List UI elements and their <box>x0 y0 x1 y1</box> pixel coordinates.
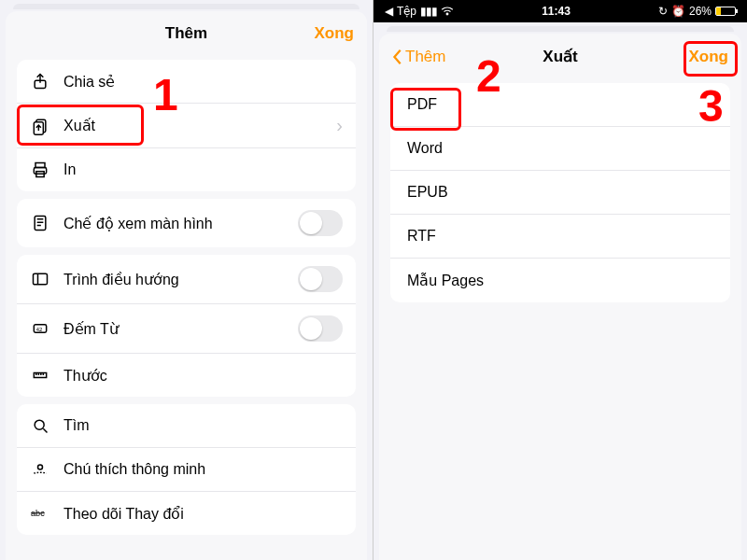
svg-rect-10 <box>34 273 48 285</box>
nav-bar: Thêm Xuất Xong <box>379 34 741 76</box>
sheet-stack-hint <box>387 26 734 32</box>
status-time: 11:43 <box>542 5 571 18</box>
wordcount-row[interactable]: 42 Đếm Từ <box>17 304 356 354</box>
format-pages-template-label: Mẫu Pages <box>407 272 713 289</box>
back-button[interactable]: Thêm <box>392 48 467 66</box>
screenshot-right: ◀ Tệp ▮▮▮ 11:43 ↻ ⏰ 26% Thêm Xuất Xong <box>374 0 747 560</box>
sheet-stack-hint <box>13 4 359 9</box>
sync-icon: ↻ <box>658 5 668 18</box>
navigator-row[interactable]: Trình điều hướng <box>17 255 356 304</box>
format-word[interactable]: Word <box>390 127 730 171</box>
track-changes-row[interactable]: abc Theo dõi Thay đổi <box>17 492 356 535</box>
export-row[interactable]: Xuất › <box>17 104 356 148</box>
format-epub[interactable]: EPUB <box>390 171 730 215</box>
status-bar: ◀ Tệp ▮▮▮ 11:43 ↻ ⏰ 26% <box>374 0 747 22</box>
screen-view-row[interactable]: Chế độ xem màn hình <box>17 199 356 247</box>
format-word-label: Word <box>407 140 713 157</box>
annotation-icon <box>30 459 50 480</box>
back-label: Thêm <box>405 48 445 66</box>
ruler-icon <box>30 365 50 385</box>
print-icon <box>30 160 50 180</box>
chevron-right-icon: › <box>336 115 343 136</box>
view-group: Chế độ xem màn hình <box>17 199 356 247</box>
export-sheet: Thêm Xuất Xong PDF Word EPUB RTF Mẫu Pag… <box>379 34 741 560</box>
format-epub-label: EPUB <box>407 184 713 201</box>
nav-bar: Thêm Xong <box>6 11 367 52</box>
find-row[interactable]: Tìm <box>17 404 356 448</box>
alarm-icon: ⏰ <box>671 5 685 18</box>
back-chevron-icon: ◀ <box>385 5 393 18</box>
screenshot-left: Thêm Xong Chia sẻ Xuất › <box>0 0 374 560</box>
ruler-row[interactable]: Thước <box>17 354 356 397</box>
track-changes-icon: abc <box>30 503 50 524</box>
wordcount-label: Đếm Từ <box>63 320 285 338</box>
status-back-label: Tệp <box>397 5 416 18</box>
smart-annotation-row[interactable]: Chú thích thông minh <box>17 448 356 492</box>
format-pages-template[interactable]: Mẫu Pages <box>390 259 730 302</box>
status-left: ◀ Tệp ▮▮▮ <box>385 5 454 18</box>
wifi-icon <box>441 7 454 16</box>
format-pdf[interactable]: PDF <box>390 83 730 127</box>
format-pdf-label: PDF <box>407 96 713 113</box>
status-right: ↻ ⏰ 26% <box>658 5 736 18</box>
svg-rect-6 <box>35 217 46 231</box>
track-changes-label: Theo dõi Thay đổi <box>63 505 343 523</box>
navigator-toggle[interactable] <box>298 266 343 292</box>
svg-text:42: 42 <box>36 327 42 332</box>
svg-point-19 <box>35 420 44 429</box>
wordcount-icon: 42 <box>30 318 50 339</box>
nav-title: Xuất <box>467 47 654 66</box>
share-label: Chia sẻ <box>63 73 343 91</box>
chevron-left-icon <box>392 49 403 65</box>
screen-icon <box>30 213 50 233</box>
share-row[interactable]: Chia sẻ <box>17 60 356 104</box>
find-group: Tìm Chú thích thông minh abc Theo dõi Th… <box>17 404 356 535</box>
format-rtf[interactable]: RTF <box>390 215 730 259</box>
ruler-label: Thước <box>63 367 343 385</box>
svg-line-20 <box>43 428 47 432</box>
format-rtf-label: RTF <box>407 228 713 245</box>
share-icon <box>30 71 50 91</box>
done-button[interactable]: Xong <box>654 48 728 66</box>
done-button[interactable]: Xong <box>279 24 354 43</box>
battery-icon <box>715 7 736 16</box>
battery-pct: 26% <box>689 5 712 18</box>
search-icon <box>30 415 50 436</box>
svg-text:abc: abc <box>31 509 45 518</box>
actions-group: Chia sẻ Xuất › In <box>17 60 356 191</box>
navigator-label: Trình điều hướng <box>63 271 285 288</box>
smart-annotation-label: Chú thích thông minh <box>63 461 343 478</box>
print-row[interactable]: In <box>17 148 356 191</box>
more-sheet: Thêm Xong Chia sẻ Xuất › <box>6 11 367 560</box>
svg-point-21 <box>38 465 43 469</box>
nav-title: Thêm <box>93 24 279 43</box>
formats-group: PDF Word EPUB RTF Mẫu Pages <box>390 83 730 302</box>
wordcount-toggle[interactable] <box>298 315 343 342</box>
screen-view-toggle[interactable] <box>298 210 343 236</box>
signal-icon: ▮▮▮ <box>420 5 437 18</box>
export-label: Xuất <box>63 117 323 134</box>
export-icon <box>30 116 50 136</box>
tools-group: Trình điều hướng 42 Đếm Từ Thước <box>17 255 356 397</box>
print-label: In <box>63 161 343 178</box>
screen-view-label: Chế độ xem màn hình <box>63 215 285 232</box>
find-label: Tìm <box>63 417 343 434</box>
navigator-icon <box>30 269 50 289</box>
svg-point-23 <box>446 13 448 15</box>
